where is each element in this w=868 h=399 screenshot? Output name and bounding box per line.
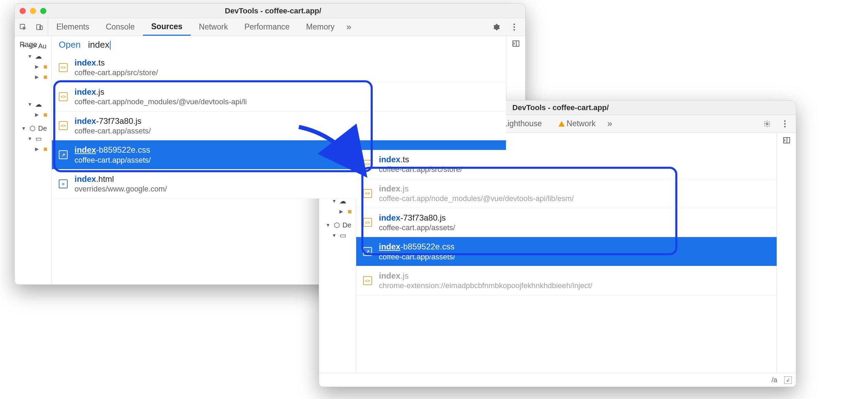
suggestion-path: coffee-cart.app/src/store/ bbox=[75, 68, 158, 78]
suggestion-item[interactable]: <>index-73f73a80.jscoffee-cart.app/asset… bbox=[52, 112, 506, 141]
svg-point-5 bbox=[514, 29, 515, 30]
maximize-window-icon[interactable] bbox=[40, 8, 46, 14]
tab-elements[interactable]: Elements bbox=[48, 18, 98, 36]
suggestion-item[interactable]: ↗index-b859522e.csscoffee-cart.app/asset… bbox=[356, 237, 777, 266]
suggestion-filename: index.js bbox=[379, 270, 592, 281]
js-file-icon: <> bbox=[59, 121, 68, 130]
suggestion-item[interactable]: <>index.jscoffee-cart.app/node_modules/@… bbox=[52, 82, 506, 112]
command-prefix: Open bbox=[59, 39, 81, 50]
suggestion-path: coffee-cart.app/assets/ bbox=[379, 252, 455, 262]
warning-icon bbox=[559, 121, 565, 127]
titlebar: DevTools - coffee-cart.app/ bbox=[15, 4, 525, 18]
js-file-icon: <> bbox=[363, 189, 372, 198]
settings-gear-icon[interactable] bbox=[759, 120, 775, 128]
tab-performance[interactable]: Performance bbox=[236, 18, 298, 36]
kebab-menu-icon[interactable] bbox=[506, 23, 522, 31]
tab-console[interactable]: Console bbox=[98, 18, 143, 36]
settings-gear-icon[interactable] bbox=[488, 23, 505, 31]
js-file-icon: <> bbox=[363, 276, 372, 285]
suggestion-path: overrides/www.google.com/ bbox=[75, 184, 167, 194]
suggestions-list: <>index.tscoffee-cart.app/src/store/<>in… bbox=[356, 150, 777, 295]
svg-point-10 bbox=[766, 123, 768, 125]
kebab-menu-icon[interactable] bbox=[777, 120, 793, 128]
tab-sources[interactable]: Sources bbox=[143, 18, 191, 36]
suggestion-path: coffee-cart.app/node_modules/@vue/devtoo… bbox=[379, 194, 574, 204]
side-panel-toggle[interactable] bbox=[777, 133, 796, 373]
suggestion-filename: index-b859522e.css bbox=[379, 241, 455, 252]
command-query: index bbox=[88, 39, 109, 50]
suggestion-filename: index.ts bbox=[75, 57, 158, 68]
suggestion-filename: index.js bbox=[379, 183, 574, 194]
js-file-icon: <> bbox=[59, 63, 68, 72]
window-title: DevTools - coffee-cart.app/ bbox=[46, 7, 500, 15]
more-tabs-icon[interactable]: » bbox=[604, 118, 616, 129]
suggestion-filename: index-b859522e.css bbox=[75, 144, 151, 155]
suggestion-path: coffee-cart.app/node_modules/@vue/devtoo… bbox=[75, 97, 247, 107]
svg-point-12 bbox=[784, 123, 786, 124]
suggestion-path: coffee-cart.app/assets/ bbox=[75, 155, 151, 165]
tab-network[interactable]: Network bbox=[191, 18, 236, 36]
device-toolbar-icon[interactable] bbox=[31, 18, 48, 36]
suggestion-filename: index.html bbox=[75, 174, 167, 184]
more-tabs-icon[interactable]: » bbox=[343, 22, 354, 32]
suggestion-item[interactable]: <>index-73f73a80.jscoffee-cart.app/asset… bbox=[356, 208, 777, 237]
footer-breadcrumb: /a ↲ bbox=[319, 373, 796, 387]
close-window-icon[interactable] bbox=[20, 8, 26, 14]
css-file-icon: ↗ bbox=[59, 150, 68, 159]
js-file-icon: <> bbox=[363, 218, 372, 227]
text-caret bbox=[110, 41, 111, 50]
css-file-icon: ↗ bbox=[363, 247, 372, 256]
suggestion-path: coffee-cart.app/assets/ bbox=[379, 223, 455, 233]
inspect-element-icon[interactable] bbox=[15, 18, 31, 36]
tab-memory[interactable]: Memory bbox=[298, 18, 343, 36]
tree-node[interactable]: ▼<>Au bbox=[21, 41, 59, 51]
suggestion-item[interactable]: <>index.tscoffee-cart.app/src/store/ bbox=[52, 53, 506, 82]
doc-file-icon: ≡ bbox=[59, 179, 68, 188]
suggestion-filename: index.js bbox=[75, 86, 247, 97]
suggestion-path: coffee-cart.app/src/store/ bbox=[379, 165, 462, 175]
command-menu[interactable]: Open index bbox=[52, 36, 506, 55]
suggestion-item[interactable]: <>index.jschrome-extension://eimadpbcbfn… bbox=[356, 266, 777, 295]
line-wrap-icon[interactable]: ↲ bbox=[784, 376, 792, 384]
svg-point-13 bbox=[784, 126, 786, 127]
suggestion-filename: index-73f73a80.js bbox=[379, 212, 455, 223]
svg-point-4 bbox=[514, 26, 515, 27]
tab-network[interactable]: Network bbox=[550, 115, 604, 132]
js-file-icon: <> bbox=[363, 160, 372, 169]
svg-point-11 bbox=[784, 120, 786, 121]
minimize-window-icon[interactable] bbox=[30, 8, 36, 14]
suggestion-path: coffee-cart.app/assets/ bbox=[75, 126, 151, 136]
suggestion-path: chrome-extension://eimadpbcbfnmbkopoojfe… bbox=[379, 281, 592, 291]
window-controls bbox=[20, 8, 46, 14]
suggestion-filename: index-73f73a80.js bbox=[75, 116, 151, 126]
svg-point-3 bbox=[514, 23, 515, 25]
devtools-tabbar: Elements Console Sources Network Perform… bbox=[15, 18, 525, 36]
suggestion-filename: index.ts bbox=[379, 154, 462, 165]
js-file-icon: <> bbox=[59, 92, 68, 101]
suggestion-item[interactable]: <>index.tscoffee-cart.app/src/store/ bbox=[356, 150, 777, 179]
suggestion-item[interactable]: <>index.jscoffee-cart.app/node_modules/@… bbox=[356, 179, 777, 208]
svg-rect-0 bbox=[20, 24, 25, 28]
